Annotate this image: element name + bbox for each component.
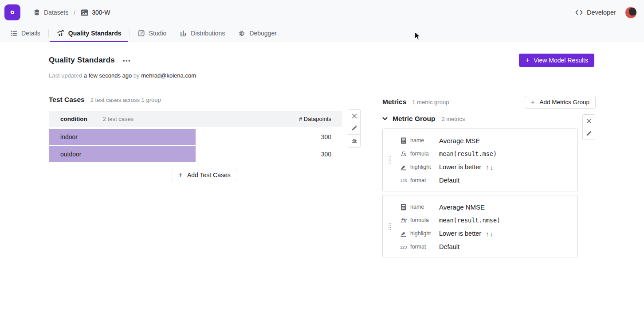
edit-metric-group-button[interactable] bbox=[583, 127, 595, 140]
metric-card-average-mse: name Average MSE fx formula mean(result.… bbox=[382, 128, 578, 191]
remove-metric-group-button[interactable] bbox=[583, 115, 595, 127]
arrow-up-icon: ↑ bbox=[486, 163, 489, 171]
test-cases-title: Test Cases bbox=[49, 96, 85, 104]
debugger-bug-icon bbox=[238, 30, 245, 37]
developer-link[interactable]: Developer bbox=[575, 9, 616, 16]
kolena-logo-icon bbox=[8, 8, 17, 17]
distributions-bars-icon bbox=[180, 30, 187, 37]
metric-highlight-value[interactable]: Lower is better bbox=[439, 163, 481, 171]
metric-formula-value[interactable]: mean(result.nmse) bbox=[439, 217, 500, 224]
test-cases-table-header[interactable]: condition 2 test cases # Datapoints bbox=[49, 111, 342, 127]
table-row-indoor: indoor 300 bbox=[49, 129, 342, 145]
format-label: format bbox=[410, 244, 439, 250]
metric-highlight-value[interactable]: Lower is better bbox=[439, 230, 481, 237]
chevron-down-icon[interactable] bbox=[381, 115, 389, 122]
debug-test-cases-button[interactable] bbox=[348, 135, 360, 147]
metric-formula-row: fx formula mean(result.nmse) bbox=[383, 214, 577, 227]
add-test-cases-label: Add Test Cases bbox=[187, 171, 231, 179]
metrics-subtitle: 1 metric group bbox=[412, 99, 449, 105]
breadcrumb-dataset-label: 300-W bbox=[92, 9, 110, 16]
metric-formula-row: fx formula mean(result.mse) bbox=[383, 147, 577, 160]
remove-test-cases-button[interactable] bbox=[348, 110, 360, 122]
kolena-logo[interactable] bbox=[4, 4, 20, 20]
bug-icon bbox=[351, 138, 357, 144]
topbar-right: Developer bbox=[575, 7, 637, 19]
breadcrumb: Datasets / 300-W bbox=[33, 9, 110, 16]
add-test-cases-button[interactable]: + Add Test Cases bbox=[172, 169, 237, 181]
tab-distributions-label: Distributions bbox=[191, 30, 225, 37]
pencil-icon bbox=[586, 131, 592, 136]
metric-format-row: 123 format Default bbox=[383, 174, 577, 187]
breadcrumb-dataset-300w[interactable]: 300-W bbox=[81, 9, 110, 16]
view-model-results-button[interactable]: + View Model Results bbox=[519, 54, 594, 67]
more-menu-icon[interactable]: ••• bbox=[123, 57, 131, 64]
table-row-outdoor: outdoor 300 bbox=[49, 146, 342, 162]
test-case-cell-outdoor[interactable]: outdoor bbox=[49, 146, 196, 162]
metric-formula-value[interactable]: mean(result.mse) bbox=[439, 150, 497, 157]
drag-handle-icon[interactable] bbox=[388, 222, 392, 230]
plus-icon: + bbox=[178, 171, 183, 179]
test-cases-subtitle: 2 test cases across 1 group bbox=[90, 97, 161, 103]
last-updated-line: Last updated a few seconds ago by mehrad… bbox=[49, 72, 196, 79]
add-metrics-group-button[interactable]: + Add Metrics Group bbox=[525, 96, 596, 109]
metric-name-value[interactable]: Average NMSE bbox=[439, 203, 485, 211]
drag-handle-icon[interactable] bbox=[388, 156, 392, 164]
formula-label: formula bbox=[410, 151, 439, 157]
name-label: name bbox=[410, 137, 439, 144]
arrow-up-icon: ↑ bbox=[486, 230, 489, 237]
tab-details-label: Details bbox=[21, 30, 40, 37]
details-list-icon bbox=[10, 30, 17, 37]
metric-format-value[interactable]: Default bbox=[439, 243, 459, 250]
fx-icon: fx bbox=[400, 217, 407, 224]
top-bar: Datasets / 300-W Developer bbox=[0, 0, 644, 25]
mouse-cursor bbox=[414, 31, 422, 41]
tab-distributions[interactable]: Distributions bbox=[173, 25, 232, 42]
metric-group-title[interactable]: Metric Group bbox=[393, 115, 435, 123]
image-icon bbox=[81, 9, 88, 16]
tab-quality-standards[interactable]: Quality Standards bbox=[50, 25, 128, 42]
format-label: format bbox=[410, 177, 439, 183]
test-case-cell-indoor[interactable]: indoor bbox=[49, 129, 196, 145]
metric-name-row: name Average NMSE bbox=[383, 200, 577, 214]
column-divider bbox=[372, 91, 372, 261]
tab-debugger[interactable]: Debugger bbox=[232, 25, 283, 42]
database-icon bbox=[33, 9, 40, 16]
tab-details[interactable]: Details bbox=[4, 25, 47, 42]
metrics-title: Metrics bbox=[382, 98, 406, 106]
metric-name-value[interactable]: Average MSE bbox=[439, 137, 480, 144]
updated-user: mehrad@kolena.com bbox=[141, 72, 196, 79]
tab-studio[interactable]: Studio bbox=[131, 25, 173, 42]
plus-icon: + bbox=[531, 98, 535, 106]
breadcrumb-separator: / bbox=[73, 9, 76, 16]
updated-prefix: Last updated bbox=[49, 72, 82, 79]
datapoints-value: 300 bbox=[321, 146, 331, 162]
edit-test-cases-button[interactable] bbox=[348, 122, 360, 135]
metric-highlight-row: highlight Lower is better ↑ ↓ bbox=[383, 160, 577, 174]
arrow-down-icon: ↓ bbox=[490, 163, 494, 171]
metric-card-average-nmse: name Average NMSE fx formula mean(result… bbox=[382, 195, 578, 257]
metric-group-subtitle: 2 metrics bbox=[441, 116, 465, 122]
highlighter-icon bbox=[400, 230, 407, 237]
quality-standards-chart-icon bbox=[57, 30, 64, 37]
tab-divider bbox=[48, 29, 49, 37]
highlighter-icon bbox=[400, 164, 407, 171]
calculator-icon bbox=[400, 204, 407, 210]
arrow-down-icon: ↓ bbox=[490, 230, 494, 237]
name-label: name bbox=[410, 204, 439, 210]
page-title: Quality Standards bbox=[49, 56, 115, 65]
highlight-label: highlight bbox=[410, 230, 439, 237]
breadcrumb-datasets[interactable]: Datasets bbox=[33, 9, 68, 16]
breadcrumb-datasets-label: Datasets bbox=[44, 9, 68, 16]
studio-edit-icon bbox=[138, 30, 145, 37]
avatar[interactable] bbox=[625, 7, 637, 19]
highlight-direction-icons: ↑ ↓ bbox=[486, 163, 493, 171]
metric-format-value[interactable]: Default bbox=[439, 177, 459, 184]
code-icon bbox=[575, 9, 583, 16]
test-case-count: 2 test cases bbox=[103, 116, 134, 122]
metric-highlight-row: highlight Lower is better ↑ ↓ bbox=[383, 227, 577, 240]
number-format-icon: 123 bbox=[400, 178, 407, 183]
add-metrics-group-label: Add Metrics Group bbox=[539, 99, 589, 105]
datapoints-value: 300 bbox=[321, 129, 331, 145]
test-cases-table: condition 2 test cases # Datapoints indo… bbox=[49, 111, 342, 162]
close-icon bbox=[586, 118, 592, 124]
